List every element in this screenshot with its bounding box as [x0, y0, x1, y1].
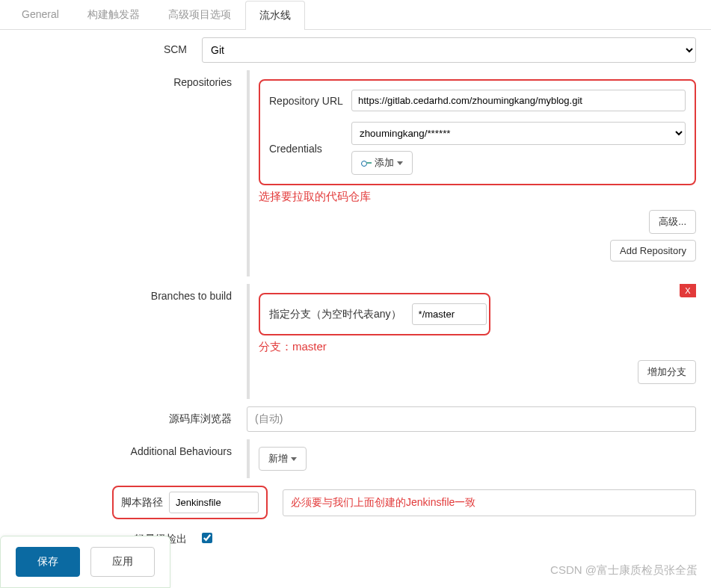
repositories-label: Repositories: [15, 70, 247, 88]
tab-pipeline[interactable]: 流水线: [245, 1, 305, 30]
branches-label: Branches to build: [15, 284, 247, 302]
repo-url-input[interactable]: [351, 90, 686, 111]
footer-actions: 保存 应用: [0, 536, 170, 588]
branch-spec-box: 指定分支（为空时代表any）: [259, 293, 490, 335]
repository-config-box: Repository URL Credentials zhoumingkang/…: [259, 79, 696, 185]
add-behaviour-label: 新增: [268, 452, 288, 465]
repo-browser-label: 源码库浏览器: [15, 406, 247, 426]
scm-select[interactable]: Git: [202, 37, 696, 63]
chevron-down-icon: [397, 161, 403, 165]
branch-spec-input[interactable]: [412, 303, 487, 325]
script-annotation: 必须要与我们上面创建的Jenkinsfile一致: [283, 489, 696, 516]
script-path-input[interactable]: [169, 492, 259, 513]
add-credentials-label: 添加: [375, 156, 394, 170]
add-branch-button[interactable]: 增加分支: [638, 360, 696, 384]
repo-browser-select[interactable]: (自动): [247, 406, 696, 432]
repo-advanced-button[interactable]: 高级...: [649, 210, 696, 234]
repo-annotation: 选择要拉取的代码仓库: [259, 190, 696, 204]
config-tabs: General 构建触发器 高级项目选项 流水线: [0, 0, 711, 30]
script-path-box: 脚本路径: [112, 486, 268, 519]
apply-button[interactable]: 应用: [90, 547, 155, 577]
behaviours-label: Additional Behaviours: [15, 439, 247, 457]
delete-branch-button[interactable]: X: [680, 284, 696, 297]
script-path-label: 脚本路径: [121, 496, 163, 510]
save-button[interactable]: 保存: [16, 547, 80, 577]
tab-general[interactable]: General: [7, 0, 73, 29]
add-credentials-button[interactable]: 添加: [351, 151, 413, 175]
branch-annotation: 分支：master: [259, 340, 696, 354]
branch-spec-label: 指定分支（为空时代表any）: [269, 308, 401, 321]
add-behaviour-button[interactable]: 新增: [259, 447, 307, 471]
scm-label: SCM: [15, 37, 202, 55]
repo-url-label: Repository URL: [269, 95, 351, 107]
tab-advanced[interactable]: 高级项目选项: [154, 0, 245, 29]
add-repository-button[interactable]: Add Repository: [610, 240, 696, 261]
key-icon: [361, 160, 372, 166]
tab-triggers[interactable]: 构建触发器: [73, 0, 154, 29]
lightweight-checkbox[interactable]: [202, 533, 212, 543]
credentials-select[interactable]: zhoumingkang/******: [351, 122, 686, 145]
credentials-label: Credentials: [269, 143, 351, 155]
chevron-down-icon: [291, 457, 297, 461]
